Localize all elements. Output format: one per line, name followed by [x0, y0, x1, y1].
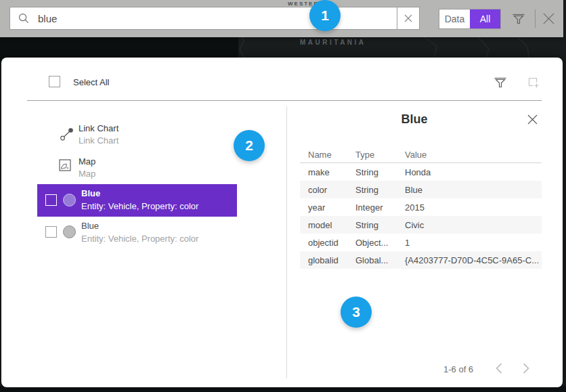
clear-icon — [404, 14, 412, 22]
cell-name: color — [308, 185, 327, 195]
cell-type: Integer — [355, 202, 383, 213]
search-results-panel: Select All Link Chart Link Chart — [1, 58, 563, 387]
detail-title: Blue — [286, 112, 542, 127]
table-row: year Integer 2015 — [300, 198, 542, 216]
header-divider — [27, 100, 542, 101]
cell-name: model — [308, 220, 332, 230]
cell-name: year — [308, 202, 325, 213]
cell-name: objectid — [308, 238, 339, 248]
search-icon — [18, 12, 30, 24]
result-checkbox[interactable] — [45, 226, 57, 238]
cell-name: globalid — [308, 255, 339, 265]
result-subtitle: Link Chart — [79, 135, 118, 146]
link-chart-icon — [59, 126, 75, 142]
cell-value: Civic — [405, 220, 424, 230]
select-all-label: Select All — [73, 77, 109, 87]
result-checkbox[interactable] — [45, 194, 57, 206]
close-icon[interactable] — [541, 11, 557, 26]
property-table: Name Type Value make String Honda color … — [300, 148, 542, 269]
column-type: Type — [355, 150, 374, 160]
close-detail-icon[interactable] — [527, 114, 538, 125]
column-name: Name — [308, 150, 332, 160]
cell-type: String — [355, 220, 378, 230]
filter-icon[interactable] — [494, 75, 507, 89]
result-title: Map — [79, 156, 95, 167]
cell-type: String — [355, 167, 378, 177]
search-toolbar: Data All — [0, 0, 563, 37]
toolbar-divider — [535, 9, 536, 28]
table-row: color String Blue — [300, 181, 542, 198]
table-row: globalid Global... {A4203777-D70D-4C5C-9… — [300, 251, 542, 269]
scope-all-button[interactable]: All — [470, 9, 500, 28]
result-subtitle: Entity: Vehicle, Property: color — [81, 234, 198, 244]
result-subtitle: Map — [79, 169, 95, 179]
annotation-badge-1: 1 — [309, 0, 341, 31]
entity-icon — [63, 194, 76, 206]
cell-type: String — [355, 185, 378, 195]
next-page-icon[interactable] — [522, 363, 530, 374]
cell-value: 1 — [405, 238, 410, 248]
cell-value: Blue — [405, 185, 422, 195]
result-title: Link Chart — [79, 123, 118, 133]
result-title: Blue — [81, 188, 100, 198]
annotation-badge-3: 3 — [341, 297, 372, 328]
previous-page-icon[interactable] — [495, 363, 503, 374]
table-header: Name Type Value — [300, 148, 542, 163]
cell-value: {A4203777-D70D-4C5C-9A65-C... — [405, 255, 539, 265]
select-all-checkbox[interactable] — [49, 76, 60, 87]
cell-name: make — [308, 167, 330, 177]
result-subtitle: Entity: Vehicle, Property: color — [81, 201, 198, 211]
table-row: model String Civic — [300, 216, 542, 234]
entity-icon — [63, 225, 76, 238]
cell-type: Object... — [355, 238, 388, 248]
filter-icon[interactable] — [512, 12, 525, 26]
app-window: MAURITANIA WESTER Data All 1 2 — [0, 0, 566, 392]
clear-search-button[interactable] — [397, 7, 420, 30]
add-to-selection-icon[interactable] — [527, 76, 540, 89]
table-row: objectid Object... 1 — [300, 234, 542, 251]
cell-value: 2015 — [405, 202, 424, 213]
annotation-badge-2: 2 — [234, 130, 265, 161]
result-title: Blue — [81, 221, 99, 231]
pagination-range: 1-6 of 6 — [443, 364, 473, 374]
search-scope-toggle: Data All — [439, 9, 501, 29]
cell-type: Global... — [355, 255, 388, 265]
table-row: make String Honda — [300, 163, 542, 181]
pane-divider — [286, 106, 287, 378]
map-country-label: MAURITANIA — [300, 39, 366, 46]
column-value: Value — [405, 150, 427, 160]
map-icon — [59, 159, 71, 171]
cell-value: Honda — [405, 167, 431, 177]
scope-data-button[interactable]: Data — [439, 9, 470, 28]
